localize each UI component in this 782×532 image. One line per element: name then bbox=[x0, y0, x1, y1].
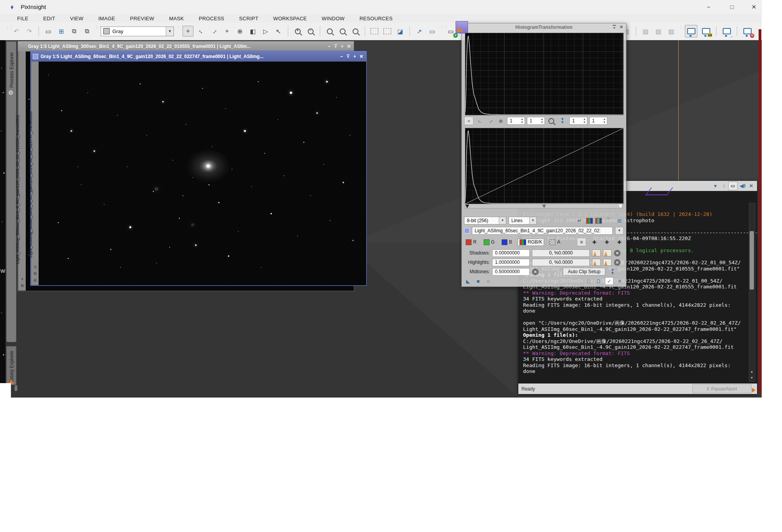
channel-g-button[interactable]: G bbox=[482, 239, 496, 246]
new-window-icon[interactable] bbox=[369, 26, 379, 36]
highlights-input[interactable]: 1.00000000 bbox=[492, 259, 530, 266]
vertical-zoom-spinner[interactable]: 1▲▼ bbox=[527, 117, 545, 125]
image2-titlebar[interactable]: Gray 1:5 Light_ASIImg_60sec_Bin1_4_9C_ga… bbox=[31, 51, 366, 62]
view-select[interactable]: Light_ASIImg_60sec_Bin1_4_9C_gain120_202… bbox=[472, 227, 613, 235]
resolution-select[interactable]: 8-bit (256)▼ bbox=[464, 217, 506, 224]
channel-alpha-button[interactable]: A bbox=[548, 239, 562, 246]
menu-view[interactable]: VIEW bbox=[70, 16, 83, 21]
midtones-reset-icon[interactable]: ✕ bbox=[532, 269, 539, 275]
enabled-check-button[interactable]: ✓ bbox=[605, 277, 614, 285]
console-close-icon[interactable]: ✕ bbox=[747, 183, 755, 189]
center-view-icon[interactable]: ⊕ bbox=[235, 26, 245, 36]
plot-resolution-icon[interactable]: ✚ bbox=[590, 238, 599, 246]
screen-transfer-icon[interactable]: ◧ bbox=[248, 26, 258, 36]
duplicate-image-icon[interactable]: ⧉ bbox=[69, 26, 79, 36]
magnifier-icon[interactable] bbox=[547, 117, 555, 125]
restore-windows-icon[interactable]: ← bbox=[721, 25, 732, 37]
minimize-button[interactable]: − bbox=[701, 2, 716, 12]
primary-monitor-icon[interactable] bbox=[685, 25, 697, 37]
readout-mode-icon[interactable]: + bbox=[183, 26, 193, 37]
enable-mask-icon[interactable]: ▨ bbox=[653, 26, 663, 36]
histogram-transformation-dialog[interactable]: HistogramTransformation ▲ ✕ + ↔ ↔ ⊕ 1▲▼ … bbox=[461, 23, 626, 287]
fill-window-icon[interactable]: ◪ bbox=[395, 26, 405, 36]
raw-rgb-icon[interactable] bbox=[595, 218, 602, 224]
pan-tool-icon[interactable]: + bbox=[464, 117, 473, 125]
realtime-preview-button[interactable]: ○ bbox=[484, 277, 492, 285]
select-mode-icon[interactable]: ↖ bbox=[273, 26, 284, 36]
shadows-input[interactable]: 0.00000000 bbox=[492, 249, 530, 257]
midtones-input[interactable]: 0.50000000 bbox=[492, 268, 530, 276]
monitor-24bit-icon[interactable]: 24 bbox=[700, 25, 712, 37]
scrollbar-thumb[interactable] bbox=[750, 231, 754, 290]
resize-grip-icon[interactable] bbox=[752, 388, 755, 392]
highlights-clip2-icon[interactable] bbox=[603, 259, 612, 266]
zoom-out-mode-icon[interactable]: ↔ bbox=[209, 26, 219, 36]
grid-toggle-icon[interactable]: ⊞ bbox=[615, 217, 624, 224]
expand-icon[interactable]: ↔ bbox=[475, 117, 484, 125]
set-identifier-icon[interactable]: ▭ bbox=[43, 26, 53, 36]
highlights-clip-icon[interactable] bbox=[592, 259, 601, 266]
image1-minimize-button[interactable]: − bbox=[326, 44, 332, 49]
rgb-histograms-icon[interactable] bbox=[586, 218, 593, 224]
image1-shade-button[interactable]: ▼ bbox=[332, 44, 339, 49]
image2-zoom-button[interactable]: + bbox=[351, 54, 358, 59]
image1-titlebar[interactable]: Gray 1:5 Light_ASIImg_300sec_Bin1_4_9C_g… bbox=[18, 41, 354, 51]
zoom-in-mode-icon[interactable]: ↔ bbox=[196, 26, 206, 36]
new-project-icon[interactable]: ▭+ bbox=[446, 26, 456, 36]
zoom-to-fit-icon[interactable] bbox=[337, 26, 348, 36]
zoom-optimal-icon[interactable] bbox=[350, 26, 360, 36]
highlights-marker[interactable] bbox=[619, 205, 622, 208]
close-all-windows-icon[interactable]: ✕ bbox=[741, 25, 753, 37]
channel-b-button[interactable]: B bbox=[500, 239, 514, 246]
channel-r-button[interactable]: R bbox=[464, 239, 478, 246]
menu-process[interactable]: PROCESS bbox=[199, 16, 224, 21]
console-scrollbar[interactable]: ▲ ▼ bbox=[749, 203, 755, 382]
histogram-process-icon[interactable] bbox=[456, 21, 468, 34]
console-updown-icon[interactable]: ↕ bbox=[720, 183, 728, 189]
duplicate-window-icon[interactable] bbox=[382, 26, 392, 36]
double-chevron-down-icon[interactable]: ▼▼ bbox=[557, 117, 567, 125]
close-button[interactable]: ✕ bbox=[746, 2, 762, 12]
shadows-reset-icon[interactable]: ✕ bbox=[614, 250, 621, 256]
console-dock-left-icon[interactable]: ◀‖ bbox=[738, 183, 747, 189]
track-view-icon[interactable]: ✳ bbox=[577, 238, 586, 246]
image1-strip-icons[interactable]: ⌖⧉ bbox=[19, 276, 25, 289]
pan-mode-icon[interactable]: + bbox=[222, 26, 232, 36]
shrink-icon[interactable]: ↔ bbox=[486, 117, 495, 125]
image-window-60sec[interactable]: Gray 1:5 Light_ASIImg_60sec_Bin1_4_9C_ga… bbox=[30, 51, 367, 286]
chevron-down-icon[interactable]: ▼ bbox=[166, 27, 174, 36]
history-explorer-tab[interactable]: History Explorer bbox=[6, 346, 16, 385]
reject-saturated-icon[interactable]: ↵ bbox=[575, 217, 584, 224]
mtf-curve-icon[interactable]: ⌒ bbox=[604, 217, 613, 224]
menu-preview[interactable]: PREVIEW bbox=[130, 16, 154, 21]
edit-instance-button[interactable]: 🗋 bbox=[595, 277, 603, 285]
horizontal-zoom2-spinner[interactable]: 1▲▼ bbox=[569, 117, 587, 125]
auto-clip-setup-button[interactable]: Auto Clip Setup bbox=[563, 268, 605, 276]
target-icon[interactable]: ◎ bbox=[34, 278, 37, 282]
scroll-up-icon[interactable]: ▲ bbox=[749, 369, 754, 375]
menu-file[interactable]: FILE bbox=[17, 16, 28, 21]
image2-content[interactable] bbox=[39, 62, 366, 285]
redo-icon[interactable]: ↷ bbox=[24, 26, 34, 36]
menu-mask[interactable]: MASK bbox=[169, 16, 184, 21]
dialog-shade-button[interactable]: ▲ bbox=[611, 25, 617, 29]
readout-opts-icon[interactable]: ✚ bbox=[615, 238, 624, 246]
shadows-marker[interactable] bbox=[465, 205, 469, 208]
dock-icon[interactable]: ⊐ bbox=[34, 265, 37, 269]
menu-window[interactable]: WINDOW bbox=[322, 16, 345, 21]
menu-resources[interactable]: RESOURCES bbox=[360, 16, 393, 21]
zoom-out-icon[interactable]: − bbox=[305, 26, 316, 36]
menu-workspace[interactable]: WORKSPACE bbox=[273, 16, 307, 21]
image2-minimize-button[interactable]: − bbox=[338, 54, 345, 59]
maximize-button[interactable]: □ bbox=[724, 2, 740, 12]
highlights-reset-icon[interactable]: ✕ bbox=[614, 259, 621, 266]
horizontal-zoom-spinner[interactable]: 1▲▼ bbox=[507, 117, 525, 125]
docked-panel-edge[interactable] bbox=[759, 29, 761, 394]
new-instance-button[interactable]: ◣ bbox=[464, 277, 472, 285]
expand-window-icon[interactable]: ↗ bbox=[414, 26, 424, 36]
fit-icon[interactable]: ⊕ bbox=[497, 117, 505, 125]
new-image-icon[interactable]: ⊞ bbox=[56, 26, 66, 36]
readout-preview-icon[interactable]: ▷ bbox=[261, 26, 271, 36]
undo-icon[interactable]: ↶ bbox=[11, 26, 21, 36]
crop-mode-icon[interactable]: ⌖ bbox=[21, 277, 23, 281]
